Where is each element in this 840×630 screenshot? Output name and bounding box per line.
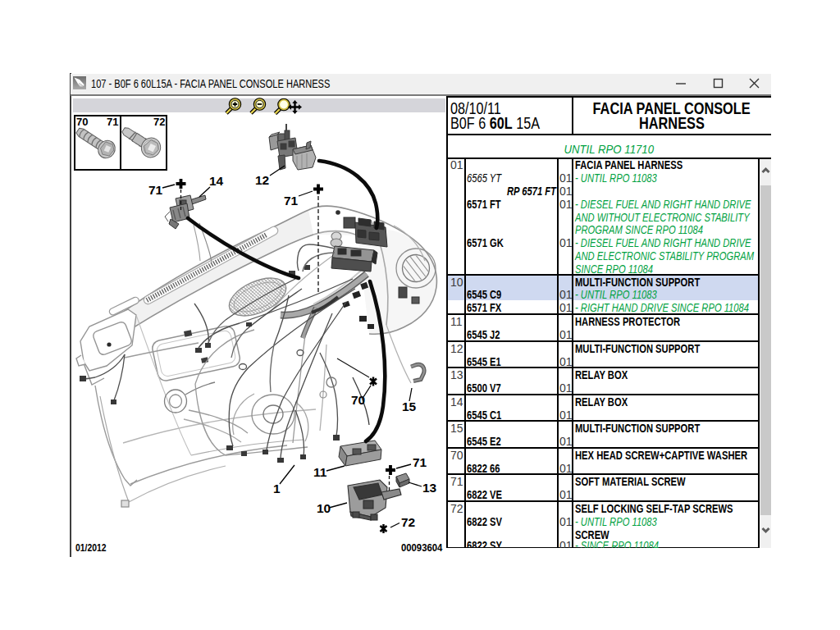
svg-text:15: 15 [402,399,417,413]
svg-text:11: 11 [313,465,327,479]
svg-text:70: 70 [351,393,365,407]
svg-text:14: 14 [209,174,224,188]
svg-text:71: 71 [284,194,299,208]
svg-text:71: 71 [148,183,163,197]
svg-text:71: 71 [413,455,427,469]
svg-text:13: 13 [422,481,437,495]
svg-text:12: 12 [255,173,269,187]
svg-text:72: 72 [401,515,415,529]
svg-text:1: 1 [273,482,281,495]
svg-text:10: 10 [317,501,331,515]
